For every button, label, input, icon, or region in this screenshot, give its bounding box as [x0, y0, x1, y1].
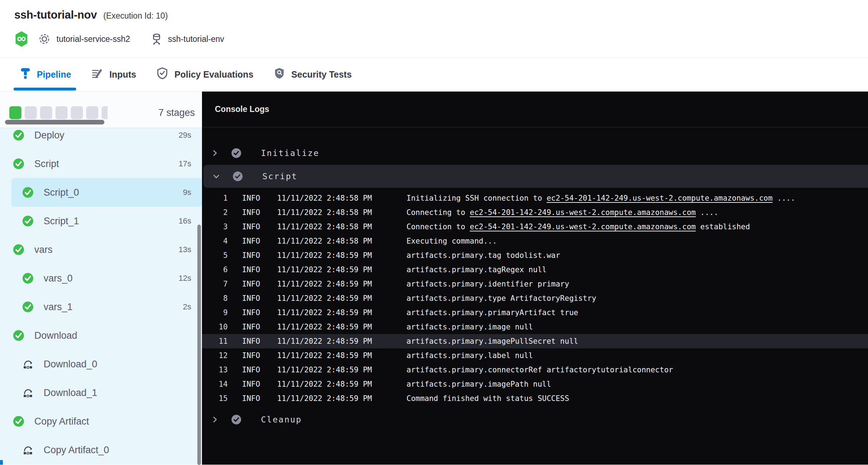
stage-row[interactable]: Download_1 [0, 378, 202, 407]
log-text: established [696, 222, 750, 231]
log-text: Connecting to [406, 208, 470, 217]
stage-duration: 2s [183, 302, 191, 312]
success-check-icon [13, 330, 24, 341]
log-line-number: 4 [209, 234, 228, 248]
log-message: artifacts.primary.type ArtifactoryRegist… [406, 291, 868, 305]
log-timestamp: 11/11/2022 2:48:59 PM [277, 363, 392, 377]
log-message: Executing command... [406, 234, 868, 248]
log-link[interactable]: ec2-54-201-142-249.us-west-2.compute.ama… [547, 194, 773, 202]
stage-label: Script_1 [44, 216, 79, 227]
log-message: Command finished with status SUCCESS [406, 391, 868, 406]
log-text: artifacts.primary.identifier primary [406, 280, 569, 288]
tab-inputs[interactable]: Inputs [91, 58, 136, 91]
log-level: INFO [242, 291, 263, 305]
log-row: 14INFO11/11/2022 2:48:59 PMartifacts.pri… [202, 377, 868, 391]
stage-label: Download_0 [44, 359, 97, 370]
log-text: Connection to [406, 222, 470, 231]
progress-segment-pending [40, 106, 52, 119]
execution-tab-bar: Pipeline Inputs Policy Evaluations Secur… [0, 58, 868, 92]
log-timestamp: 11/11/2022 2:48:59 PM [277, 263, 392, 277]
progress-segment-pending [71, 106, 83, 119]
log-timestamp: 11/11/2022 2:48:59 PM [277, 334, 392, 348]
stages-horizontal-scrollbar[interactable] [5, 120, 104, 124]
tab-policy-evaluations[interactable]: Policy Evaluations [156, 58, 253, 91]
log-timestamp: 11/11/2022 2:48:59 PM [277, 277, 392, 291]
log-text: artifacts.primary.label null [406, 351, 533, 360]
log-text: artifacts.primary.tagRegex null [406, 265, 547, 274]
log-row: 13INFO11/11/2022 2:48:59 PMartifacts.pri… [202, 363, 868, 377]
tab-pipeline[interactable]: Pipeline [20, 58, 71, 91]
log-section-cleanup[interactable]: Cleanup [202, 409, 868, 430]
log-level: INFO [242, 305, 263, 320]
stage-count-label: 7 stages [158, 107, 195, 118]
tab-security-tests[interactable]: Security Tests [273, 58, 352, 91]
stages-progress-header: 7 stages [0, 92, 202, 128]
log-line-number: 13 [209, 363, 228, 377]
stage-list-scrollbar[interactable] [197, 225, 201, 465]
log-text: artifacts.primary.tag todolist.war [406, 251, 560, 260]
log-line-number: 8 [209, 291, 228, 305]
section-success-check-icon [231, 147, 242, 159]
log-timestamp: 11/11/2022 2:48:59 PM [277, 291, 392, 305]
stage-row[interactable]: Script_09s [11, 178, 202, 207]
stage-label: Deploy [34, 130, 64, 141]
log-row: 12INFO11/11/2022 2:48:59 PMartifacts.pri… [202, 348, 868, 363]
log-line-number: 11 [209, 334, 228, 348]
log-row: 11INFO11/11/2022 2:48:59 PMartifacts.pri… [202, 334, 868, 348]
success-check-icon [13, 158, 24, 170]
log-message: artifacts.primary.connectorRef artifacto… [406, 363, 868, 377]
stage-row[interactable]: Download_0 [0, 350, 202, 378]
console-body: Initialize Script 1INFO11/11/2022 2:48:5… [202, 127, 868, 430]
stage-row[interactable]: Copy Artifact [0, 407, 202, 436]
log-timestamp: 11/11/2022 2:48:59 PM [277, 320, 392, 334]
stage-row[interactable]: vars13s [0, 235, 202, 264]
log-text: artifacts.primary.image null [406, 323, 533, 331]
log-row: 6INFO11/11/2022 2:48:59 PMartifacts.prim… [202, 263, 868, 277]
log-message: artifacts.primary.label null [406, 348, 868, 363]
log-level: INFO [242, 334, 263, 348]
stage-duration: 9s [183, 188, 191, 197]
log-timestamp: 11/11/2022 2:48:59 PM [277, 248, 392, 263]
log-link[interactable]: ec2-54-201-142-249.us-west-2.compute.ama… [470, 222, 696, 231]
stage-row[interactable]: Script17s [0, 150, 202, 178]
stage-row[interactable]: vars_12s [0, 293, 202, 321]
stage-row[interactable]: vars_012s [0, 264, 202, 293]
log-section-script[interactable]: Script [203, 165, 868, 188]
stage-row[interactable]: Copy Artifact_0 [0, 436, 202, 464]
stage-label: vars_1 [44, 302, 73, 313]
stage-progress-bar [9, 106, 108, 119]
service-environment-row: tutorial-service-ssh2 ssh-tutorial-env [14, 31, 868, 47]
stage-duration: 16s [179, 216, 191, 226]
stage-duration: 12s [179, 274, 191, 283]
stage-row[interactable]: Deploy29s [0, 128, 202, 150]
log-level: INFO [242, 277, 263, 291]
log-message: Connecting to ec2-54-201-142-249.us-west… [406, 205, 868, 220]
log-text: artifacts.primary.type ArtifactoryRegist… [406, 294, 596, 303]
success-check-icon [22, 273, 34, 284]
page-title: ssh-tutorial-nov [14, 9, 97, 21]
log-row: 7INFO11/11/2022 2:48:59 PMartifacts.prim… [202, 277, 868, 291]
log-section-initialize[interactable]: Initialize [202, 142, 868, 164]
inputs-icon [91, 67, 103, 82]
success-check-icon [22, 187, 34, 198]
console-header: Console Logs [202, 92, 868, 127]
log-level: INFO [242, 363, 263, 377]
log-timestamp: 11/11/2022 2:48:59 PM [277, 377, 392, 391]
log-row: 15INFO11/11/2022 2:48:59 PMCommand finis… [202, 391, 868, 406]
progress-segment-pending [102, 106, 108, 119]
log-level: INFO [242, 263, 263, 277]
log-level: INFO [242, 234, 263, 248]
log-text: artifacts.primary.imagePullSecret null [406, 337, 578, 346]
log-line-number: 9 [209, 305, 228, 320]
service-name[interactable]: tutorial-service-ssh2 [56, 34, 130, 44]
log-level: INFO [242, 377, 263, 391]
log-row: 1INFO11/11/2022 2:48:58 PMInitializing S… [202, 191, 868, 205]
stage-row[interactable]: Download [0, 321, 202, 350]
log-link[interactable]: ec2-54-201-142-249.us-west-2.compute.ama… [470, 208, 696, 217]
stage-label: Download [34, 330, 77, 341]
environment-name[interactable]: ssh-tutorial-env [168, 34, 224, 44]
log-message: Initializing SSH connection to ec2-54-20… [406, 191, 868, 205]
stage-row[interactable]: Script_116s [0, 207, 202, 235]
stage-label: Copy Artifact_0 [44, 445, 109, 456]
log-row: 8INFO11/11/2022 2:48:59 PMartifacts.prim… [202, 291, 868, 305]
